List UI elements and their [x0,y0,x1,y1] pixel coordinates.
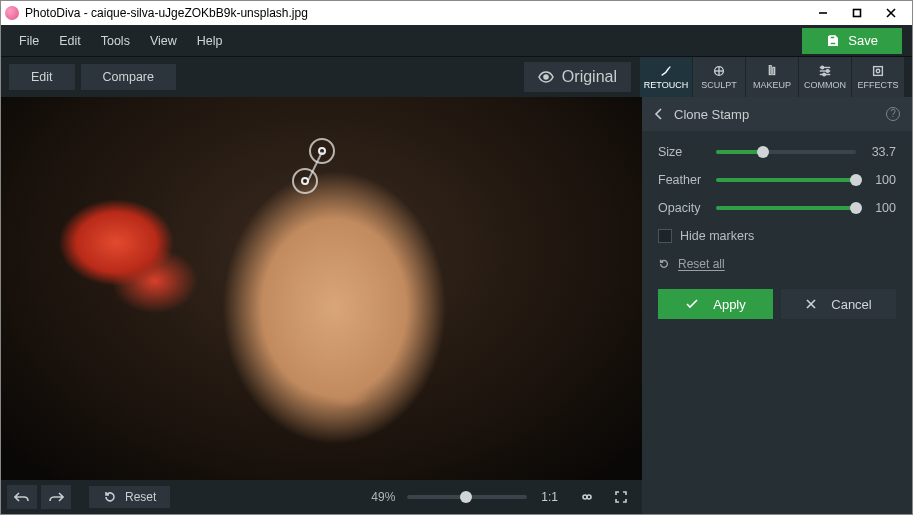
reset-all-label: Reset all [678,257,725,271]
svg-rect-1 [854,10,861,17]
cancel-button-label: Cancel [831,297,871,312]
apply-button[interactable]: Apply [658,289,773,319]
menu-tools[interactable]: Tools [91,30,140,52]
svg-point-15 [821,66,824,69]
opacity-label: Opacity [658,201,706,215]
svg-point-17 [823,73,826,76]
tab-sculpt[interactable]: SCULPT [692,57,745,97]
size-label: Size [658,145,706,159]
size-slider-row: Size 33.7 [658,145,896,159]
panel-tabs: RETOUCH SCULPT MAKEUP COMMON EFFECTS [639,57,904,97]
window-maximize-button[interactable] [840,2,874,24]
feather-label: Feather [658,173,706,187]
hide-markers-label: Hide markers [680,229,754,243]
feather-value: 100 [866,173,896,187]
save-button[interactable]: Save [802,28,902,54]
feather-slider[interactable] [716,178,856,182]
apply-button-label: Apply [713,297,746,312]
svg-point-16 [826,70,829,73]
svg-rect-18 [874,67,883,76]
save-button-label: Save [848,33,878,48]
fullscreen-icon [614,490,628,504]
canvas-area: Reset 49% 1:1 [1,97,642,514]
sliders-icon [817,64,833,78]
fit-screen-button[interactable] [572,485,602,509]
svg-rect-10 [769,66,771,75]
reset-icon [103,490,117,504]
fullscreen-button[interactable] [606,485,636,509]
original-button-label: Original [562,68,617,86]
svg-point-6 [544,75,548,79]
sculpt-icon [711,64,727,78]
undo-icon [14,491,30,503]
makeup-icon [764,64,780,78]
zoom-1to1-button[interactable]: 1:1 [531,490,568,504]
eye-icon [538,71,554,83]
back-icon[interactable] [654,107,664,121]
menu-view[interactable]: View [140,30,187,52]
reset-all-link[interactable]: Reset all [658,257,896,271]
tab-effects[interactable]: EFFECTS [851,57,904,97]
tab-common[interactable]: COMMON [798,57,851,97]
size-slider[interactable] [716,150,856,154]
compare-button[interactable]: Compare [81,64,176,90]
reset-all-icon [658,258,670,270]
edit-button[interactable]: Edit [9,64,75,90]
tab-retouch[interactable]: RETOUCH [639,57,692,97]
window-close-button[interactable] [874,2,908,24]
window-minimize-button[interactable] [806,2,840,24]
opacity-slider-row: Opacity 100 [658,201,896,215]
svg-rect-4 [830,36,835,39]
bottombar: Reset 49% 1:1 [1,480,642,514]
window-title: PhotoDiva - caique-silva-uJgeZOKbB9k-uns… [25,6,806,20]
svg-point-19 [876,69,880,73]
menu-help[interactable]: Help [187,30,233,52]
app-icon [5,6,19,20]
redo-icon [48,491,64,503]
topstrip: Edit Compare Original RETOUCH SCULPT MAK… [1,57,912,97]
zoom-slider[interactable] [407,495,527,499]
menu-file[interactable]: File [9,30,49,52]
window-titlebar: PhotoDiva - caique-silva-uJgeZOKbB9k-uns… [1,1,912,25]
undo-button[interactable] [7,485,37,509]
tab-makeup[interactable]: MAKEUP [745,57,798,97]
original-button[interactable]: Original [524,62,631,92]
clone-source-marker[interactable] [309,138,335,164]
opacity-value: 100 [866,201,896,215]
effects-icon [870,64,886,78]
redo-button[interactable] [41,485,71,509]
close-icon [805,298,817,310]
panel-title: Clone Stamp [674,107,749,122]
cancel-button[interactable]: Cancel [781,289,896,319]
fit-icon [580,490,594,504]
panel-header: Clone Stamp ? [642,97,912,131]
menu-edit[interactable]: Edit [49,30,91,52]
svg-rect-11 [773,68,775,75]
menubar: File Edit Tools View Help Save [1,25,912,57]
check-icon [685,298,699,310]
size-value: 33.7 [866,145,896,159]
svg-point-21 [587,495,591,499]
hide-markers-row[interactable]: Hide markers [658,229,896,243]
reset-button[interactable]: Reset [89,486,170,508]
svg-rect-5 [830,42,836,45]
hide-markers-checkbox[interactable] [658,229,672,243]
help-button[interactable]: ? [886,107,900,121]
zoom-percent: 49% [363,490,403,504]
feather-slider-row: Feather 100 [658,173,896,187]
opacity-slider[interactable] [716,206,856,210]
save-icon [826,34,840,48]
side-panel: Clone Stamp ? Size 33.7 Feather 100 Opac… [642,97,912,514]
reset-button-label: Reset [125,490,156,504]
photo-canvas[interactable] [1,97,642,480]
retouch-icon [658,64,674,78]
